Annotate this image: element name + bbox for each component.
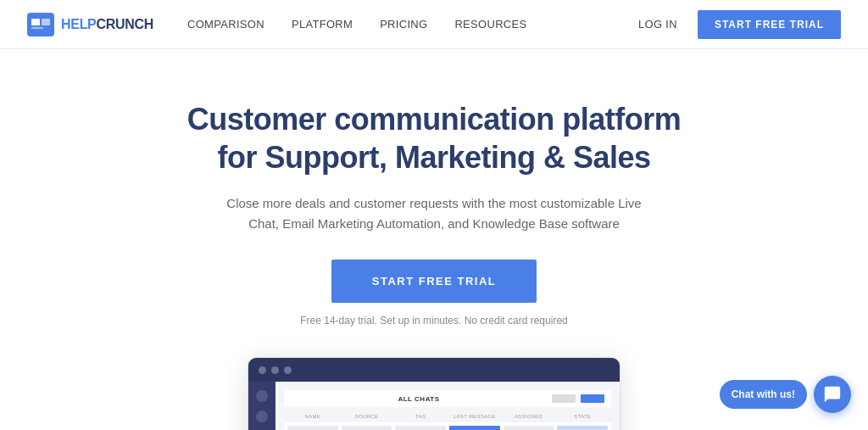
- window-dot-3: [284, 366, 292, 374]
- navbar: HELPCRUNCH COMPARISON PLATFORM PRICING R…: [0, 0, 868, 49]
- col-last-message: LAST MESSAGE: [449, 414, 500, 419]
- cell-5: [504, 426, 554, 430]
- nav-links: COMPARISON PLATFORM PRICING RESOURCES: [187, 18, 638, 31]
- svg-rect-0: [27, 13, 54, 36]
- svg-rect-1: [31, 19, 40, 25]
- dashboard-preview: ALL CHATS NAME SOURCE TAG LAST MESSAGE A…: [248, 357, 620, 430]
- cell-3: [395, 426, 446, 430]
- cell-6: [557, 426, 608, 430]
- cell-1: [287, 426, 338, 430]
- window-body: ALL CHATS NAME SOURCE TAG LAST MESSAGE A…: [248, 382, 620, 430]
- col-state: STATE: [557, 414, 608, 419]
- cell-2: [342, 426, 392, 430]
- window-dot-2: [271, 366, 279, 374]
- svg-rect-3: [31, 27, 43, 29]
- hero-subtitle: Close more deals and customer requests w…: [214, 193, 654, 234]
- svg-rect-2: [42, 19, 50, 25]
- hero-start-trial-button[interactable]: START FREE TRIAL: [331, 260, 537, 303]
- nav-start-trial-button[interactable]: START FREE TRIAL: [698, 10, 841, 39]
- chat-icon: [823, 385, 842, 404]
- col-tag: TAG: [395, 414, 446, 419]
- nav-link-pricing[interactable]: PRICING: [380, 18, 427, 31]
- sidebar-item-1: [256, 390, 268, 402]
- login-link[interactable]: LOG IN: [638, 18, 677, 31]
- window-sidebar: [248, 382, 275, 430]
- col-source: SOURCE: [342, 414, 392, 419]
- window-content: ALL CHATS NAME SOURCE TAG LAST MESSAGE A…: [275, 382, 620, 430]
- hero-title: Customer communication platform for Supp…: [17, 100, 851, 176]
- logo[interactable]: HELPCRUNCH: [27, 13, 153, 36]
- nav-link-comparison[interactable]: COMPARISON: [187, 18, 264, 31]
- action-btn: [581, 394, 604, 403]
- nav-link-platform[interactable]: PLATFORM: [292, 18, 353, 31]
- table-header: NAME SOURCE TAG LAST MESSAGE ASSIGNED ST…: [284, 414, 611, 419]
- chat-open-button[interactable]: [814, 376, 851, 413]
- hero-note: Free 14-day trial. Set up in minutes. No…: [17, 315, 851, 327]
- hero-section: Customer communication platform for Supp…: [0, 49, 868, 430]
- dashboard-window: ALL CHATS NAME SOURCE TAG LAST MESSAGE A…: [248, 357, 620, 430]
- logo-text: HELPCRUNCH: [61, 17, 153, 32]
- col-name: NAME: [287, 414, 338, 419]
- col-assigned: ASSIGNED: [504, 414, 554, 419]
- nav-right: LOG IN START FREE TRIAL: [638, 10, 841, 39]
- filter-btn: [552, 394, 576, 403]
- table-row: [284, 422, 611, 430]
- window-titlebar: [248, 358, 620, 382]
- chat-widget: Chat with us!: [720, 376, 851, 413]
- window-dot-1: [259, 366, 266, 374]
- chat-bubble[interactable]: Chat with us!: [720, 380, 807, 409]
- content-header: ALL CHATS: [284, 390, 611, 407]
- cell-4: [449, 426, 500, 430]
- sidebar-item-2: [256, 410, 268, 422]
- logo-icon: [27, 13, 54, 36]
- nav-link-resources[interactable]: RESOURCES: [454, 18, 526, 31]
- all-chats-label: ALL CHATS: [291, 395, 547, 403]
